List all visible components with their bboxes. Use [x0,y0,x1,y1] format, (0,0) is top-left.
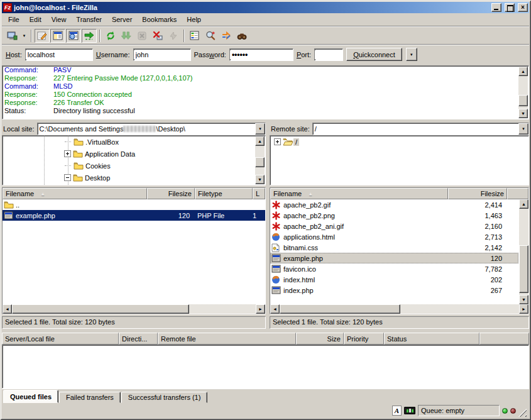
menu-server[interactable]: Server [107,14,137,25]
synchronized-browsing-button[interactable] [219,29,234,43]
scroll-right-icon[interactable]: ► [256,304,265,314]
menu-transfer[interactable]: Transfer [71,14,107,25]
menu-edit[interactable]: Edit [25,14,47,25]
quickconnect-button[interactable]: Quickconnect [346,48,402,61]
collapse-icon[interactable] [64,174,71,181]
refresh-button[interactable] [103,29,118,43]
remote-list-body[interactable]: apache_pb2.gif 2,414 apache_pb2.png 1,46… [270,199,528,304]
username-field[interactable] [133,48,191,61]
toggle-remote-tree-button[interactable] [66,29,81,43]
password-field[interactable] [229,48,293,61]
file-row[interactable]: applications.html 2,713 [270,231,518,242]
file-row-parent-dir[interactable]: .. [3,199,265,210]
host-field[interactable] [25,48,93,61]
column-header-filesize[interactable]: Filesize [448,188,507,199]
menu-help[interactable]: Help [182,14,206,25]
tree-item-desktop[interactable]: Desktop [3,172,265,184]
file-row[interactable]: apache_pb2_ani.gif 2,160 [270,221,518,231]
column-header-filename[interactable]: Filename▲ [270,188,448,199]
expand-icon[interactable] [64,150,71,157]
tree-item-root[interactable]: / [270,136,528,148]
file-row[interactable]: favicon.ico 7,782 [270,263,518,274]
column-header-direction[interactable]: Directi... [119,333,158,345]
column-header-filename[interactable]: Filename▲ [3,188,147,199]
column-header-remote-file[interactable]: Remote file [158,333,296,345]
resize-grip[interactable] [518,409,527,417]
port-field[interactable] [314,48,343,61]
scrollbar-thumb[interactable] [519,245,528,293]
find-files-button[interactable] [234,29,249,43]
column-header-priority[interactable]: Priority [344,333,384,345]
password-input[interactable] [230,50,293,59]
local-hscrollbar[interactable]: ◄ ► [3,304,265,314]
scroll-down-icon[interactable]: ▼ [255,175,265,184]
titlebar[interactable]: Fz john@localhost - FileZilla × [2,2,529,13]
log-scrollbar[interactable]: ▲ ▼ [518,67,528,118]
remote-directory-tree[interactable]: / [270,135,529,185]
reconnect-button[interactable] [166,29,181,43]
username-input[interactable] [134,50,190,59]
port-input[interactable] [315,50,342,59]
file-row[interactable]: index.php 267 [270,285,518,296]
column-header-filetype[interactable]: Filetype [195,188,253,199]
column-header-server-local-file[interactable]: Server/Local file [2,333,119,345]
close-button[interactable]: × [518,3,528,12]
scroll-right-icon[interactable]: ► [519,304,528,314]
remote-site-combo[interactable]: / ▼ [312,123,529,135]
quickconnect-dropdown-button[interactable]: ▼ [406,48,417,61]
local-list-body[interactable]: .. example.php 120 PHP File 1 [3,199,265,304]
column-header-status[interactable]: Status [384,333,479,345]
file-row[interactable]: bitnami.css 2,142 [270,242,518,253]
remote-hscrollbar[interactable]: ◄ ► [270,304,528,314]
menu-view[interactable]: View [47,14,72,25]
disconnect-button[interactable] [150,29,165,43]
host-input[interactable] [26,50,92,59]
file-row-selected[interactable]: example.php 120 [270,253,518,263]
scroll-left-icon[interactable]: ◄ [270,304,280,314]
tab-queued-files[interactable]: Queued files [3,390,58,403]
scroll-up-icon[interactable]: ▲ [518,67,528,76]
local-tree-scrollbar[interactable]: ▲ ▼ [255,136,265,184]
scroll-up-icon[interactable]: ▲ [519,199,528,209]
cancel-button[interactable] [134,29,150,43]
tree-item-virtualbox[interactable]: .VirtualBox [3,136,265,148]
queue-list[interactable] [2,345,529,389]
scrollbar-thumb[interactable] [255,157,265,167]
scroll-down-icon[interactable]: ▼ [519,295,528,304]
directory-comparison-button[interactable] [203,29,218,43]
tree-item-application-data[interactable]: Application Data [3,148,265,160]
scrollbar-thumb[interactable] [12,304,189,314]
toggle-message-log-button[interactable] [35,29,50,43]
menu-bookmarks[interactable]: Bookmarks [137,14,182,25]
scrollbar-thumb[interactable] [280,304,400,314]
menu-file[interactable]: File [3,14,25,25]
site-manager-dropdown-button[interactable]: ▼ [20,29,28,43]
column-header-last-modified[interactable]: L [253,188,265,199]
maximize-button[interactable] [505,3,515,12]
file-row[interactable]: index.html 202 [270,274,518,285]
file-row-example-php[interactable]: example.php 120 PHP File 1 [3,210,265,221]
scroll-up-icon[interactable]: ▲ [255,136,265,146]
message-log[interactable]: Command:PASV Response:227 Entering Passi… [2,65,529,119]
site-manager-button[interactable] [4,29,19,43]
scroll-down-icon[interactable]: ▼ [518,109,528,118]
column-header-size[interactable]: Size [296,333,344,345]
tab-successful-transfers[interactable]: Successful transfers (1) [121,392,208,403]
scroll-left-icon[interactable]: ◄ [3,304,12,314]
minimize-button[interactable] [491,3,501,12]
toggle-queue-button[interactable] [82,29,97,43]
process-queue-button[interactable] [119,29,134,43]
filter-button[interactable] [187,29,202,43]
scrollbar-thumb[interactable] [518,95,528,106]
dropdown-icon[interactable]: ▼ [518,123,528,135]
tab-failed-transfers[interactable]: Failed transfers [59,392,121,403]
file-row[interactable]: apache_pb2.png 1,463 [270,210,518,221]
remote-list-scrollbar[interactable]: ▲ ▼ [519,199,528,304]
column-header-filesize[interactable]: Filesize [147,188,195,199]
tree-item-cookies[interactable]: Cookies [3,160,265,172]
local-site-combo[interactable]: C:\Documents and Settings\Desktop\ ▼ [37,123,266,135]
local-directory-tree[interactable]: .VirtualBox Application Data Cookies Des… [2,135,266,185]
dropdown-icon[interactable]: ▼ [255,123,265,135]
expand-icon[interactable] [274,138,281,145]
file-row[interactable]: apache_pb2.gif 2,414 [270,199,518,210]
